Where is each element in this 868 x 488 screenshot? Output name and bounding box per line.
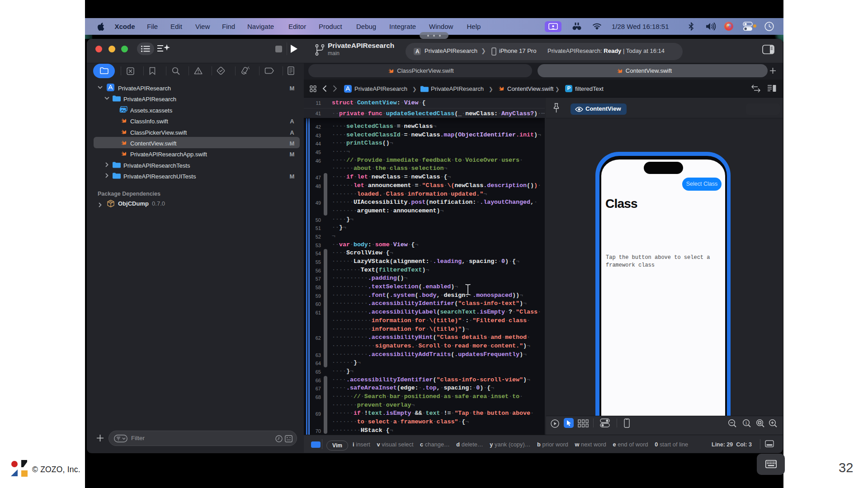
svg-text:1: 1 bbox=[745, 421, 747, 425]
